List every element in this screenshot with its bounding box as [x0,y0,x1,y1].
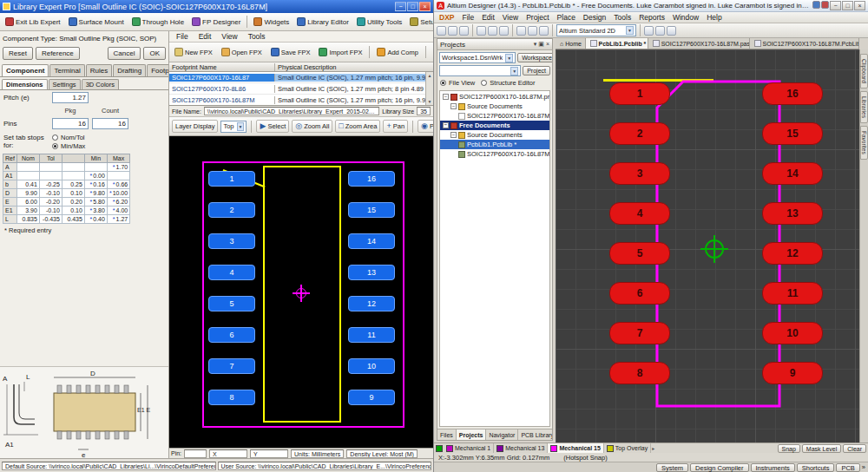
scroll-up-icon[interactable]: ▲ [426,73,433,78]
pad-7[interactable]: 7 [208,358,255,374]
menu-view[interactable]: View [503,13,518,22]
pad-1[interactable]: 1 [208,171,255,187]
pin-1-button[interactable]: ◉Pin 1 [418,120,433,133]
doc-tab-soic127p600x170-16l87m-pcblib[interactable]: SOIC127P600X170-16L87M.PcbLib [750,38,859,49]
shortcuts-button[interactable]: Shortcuts [797,463,835,472]
toolbar-button-through-hole[interactable]: Through Hole [128,15,187,29]
dims-cell-nom[interactable] [16,163,39,172]
scroll-down-icon[interactable]: ▼ [426,99,433,104]
dims-cell-max[interactable]: *0.66 [107,180,129,189]
dims-cell-nom[interactable] [16,172,39,180]
dims-cell-tol-pos[interactable]: 0.435 [62,215,84,224]
project-combo[interactable]: ▼ [439,65,521,76]
pad-3[interactable]: 3 [208,233,255,249]
pcb-button[interactable]: PCB [836,463,859,472]
dims-cell-nom[interactable]: 0.835 [16,215,39,224]
toolbar-button-setup-preferences[interactable]: Setup Preferences [406,15,434,29]
tab-component[interactable]: Component [2,64,49,76]
footprint-canvas[interactable]: 12345678161514131211109 [169,136,433,448]
layer-tab-mechanical-13[interactable]: Mechanical 13 [494,443,548,453]
print-icon[interactable] [459,26,469,36]
tree-item-source-documents[interactable]: −Source Documents [440,130,549,140]
toolbar-button-utility-tools[interactable]: Utility Tools [353,15,405,29]
toolbar-button-widgets[interactable]: Widgets [250,15,293,29]
menu-project[interactable]: Project [526,13,549,22]
pins-pkg-input[interactable]: 16 [52,118,89,129]
menu-edit[interactable]: Edit [482,13,495,22]
pcb-pad-12[interactable]: 12 [762,242,823,265]
toolbar-button-p-o-d[interactable]: P-O-D [430,45,433,59]
pcb-pad-10[interactable]: 10 [762,322,823,344]
tree-item-soic127p600x170-16l87m-prjpcb[interactable]: −SOIC127P600X170-16L87M.prjpcb * [440,92,549,102]
dims-cell-tol-pos[interactable]: 0.20 [62,198,84,206]
workspace-button[interactable]: Workspace [517,53,553,62]
dims-cell-max[interactable]: *10.00 [107,189,129,198]
ok-button[interactable]: OK [143,47,166,60]
ad-close-button[interactable]: × [854,1,865,10]
save-icon[interactable] [448,26,457,36]
dims-cell-max[interactable]: *4.00 [107,206,129,215]
pcb-pad-9[interactable]: 9 [762,362,823,384]
radio-min-max[interactable]: Min/Max [52,142,85,150]
toolbar-button-add-comp[interactable]: Add Comp [373,45,421,59]
pad-2[interactable]: 2 [208,202,255,218]
panel-tab-pcb-library[interactable]: PCB Library [518,429,553,440]
snap-button[interactable]: Snap [778,444,800,453]
pan-button[interactable]: +Pan [383,120,408,133]
pcb-pad-14[interactable]: 14 [762,162,823,185]
dims-cell-tol-neg[interactable] [39,172,62,180]
pad-16[interactable]: 16 [348,171,395,187]
dims-cell-max[interactable]: *1.27 [107,215,129,224]
subtab-settings[interactable]: Settings [49,79,81,89]
pad-13[interactable]: 13 [348,265,395,280]
cancel-button[interactable]: Cancel [108,47,141,60]
dims-cell-nom[interactable]: 6.00 [16,198,39,206]
dims-cell-max[interactable]: *1.70 [107,163,129,172]
menu-file[interactable]: File [176,32,188,41]
tree-item-source-documents[interactable]: −Source Documents [440,102,549,111]
tab-drafting[interactable]: Drafting [113,64,146,76]
dims-cell-min[interactable]: *0.40 [84,215,107,224]
pad-10[interactable]: 10 [348,358,395,374]
pcb-pad-16[interactable]: 16 [762,82,823,105]
menu-window[interactable]: Window [673,13,699,22]
pins-count-input[interactable]: 16 [92,118,128,129]
help-icon[interactable] [667,26,676,36]
expander-icon[interactable]: − [443,122,449,128]
doc-tab-pcblib1-pcblib[interactable]: PcbLib1.Pcblib * [586,38,648,49]
zoom-area-button[interactable]: □Zoom Area [335,120,380,133]
pcb-pad-11[interactable]: 11 [762,282,823,305]
layer-tab-mechanical-1[interactable]: Mechanical 1 [444,443,494,453]
tree-item-soic127p600x170-16l87m-pcblib[interactable]: SOIC127P600X170-16L87M.PcbLib [440,149,549,159]
footprint-list-scrollbar[interactable]: ▲▼ [425,72,433,105]
dims-cell-tol-pos[interactable]: 0.10 [62,206,84,215]
pcb-pad-15[interactable]: 15 [762,122,823,145]
dims-cell-tol-pos[interactable]: 0.25 [62,180,84,189]
reference-button[interactable]: Reference [36,47,80,60]
menu-dxp[interactable]: DXP [439,13,454,22]
user-icon[interactable] [812,1,820,9]
reset-button[interactable]: Reset [3,47,33,60]
filter-icon[interactable] [644,26,654,36]
dims-cell-tol-neg[interactable]: -0.435 [39,215,62,224]
layer-combo[interactable]: Top▼ [220,121,247,133]
expander-icon[interactable]: − [443,94,449,100]
open-icon[interactable] [437,26,446,36]
dims-cell-tol-neg[interactable] [39,163,62,172]
pcb-pad-2[interactable]: 2 [609,122,670,145]
minimize-button[interactable]: − [395,2,406,11]
undo-icon[interactable] [528,26,537,36]
toolbar-button-library-editor[interactable]: Library Editor [293,15,352,29]
menu-file[interactable]: File [462,13,474,22]
pcb-pad-7[interactable]: 7 [609,322,670,344]
dims-cell-tol-pos[interactable] [62,163,84,172]
pad-14[interactable]: 14 [348,233,395,249]
menu-help[interactable]: Help [707,13,721,22]
doc-tab-home[interactable]: ⌂Home [556,38,586,49]
cross-select-icon[interactable] [499,26,509,36]
dims-cell-tol-pos[interactable]: 0.10 [62,189,84,198]
maximize-button[interactable]: □ [407,2,418,11]
mask-level-button[interactable]: Mask Level [802,444,841,453]
menu-place[interactable]: Place [557,13,575,22]
design-compiler-button[interactable]: Design Compiler [690,463,748,472]
